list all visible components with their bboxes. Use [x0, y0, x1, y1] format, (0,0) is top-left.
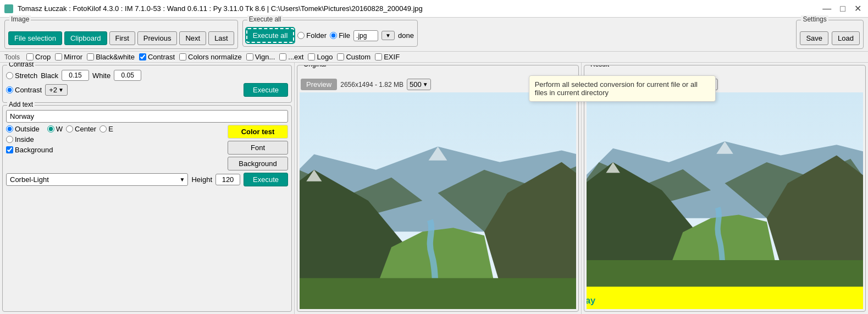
black-input[interactable] [62, 70, 89, 81]
svg-rect-7 [300, 278, 576, 309]
center-radio-label[interactable]: Center [66, 125, 96, 133]
inside-radio[interactable] [6, 136, 13, 143]
crop-checkbox-label[interactable]: Crop [26, 53, 51, 61]
contrast-checkbox[interactable] [139, 53, 146, 60]
outside-radio[interactable] [6, 125, 13, 133]
next-button[interactable]: Next [179, 31, 206, 45]
folder-radio[interactable] [297, 32, 305, 39]
folder-radio-label[interactable]: Folder [297, 31, 327, 40]
execute-all-button[interactable]: Execute all [246, 28, 295, 43]
text-execute-button[interactable]: Execute [244, 173, 288, 186]
load-button[interactable]: Load [832, 31, 860, 45]
settings-buttons: Save Load [800, 31, 860, 45]
vignette-checkbox[interactable] [246, 53, 253, 60]
chevron-down-icon: ▼ [385, 32, 391, 38]
custom-checkbox[interactable] [337, 53, 344, 60]
text-checkbox[interactable] [279, 53, 286, 60]
last-button[interactable]: Last [208, 31, 234, 45]
file-radio-label[interactable]: File [330, 31, 350, 40]
font-button[interactable]: Font [228, 141, 288, 155]
height-input[interactable] [215, 174, 240, 185]
e-radio-label[interactable]: E [99, 125, 113, 133]
title-controls: — □ ✕ [820, 3, 864, 14]
save-button[interactable]: Save [800, 31, 828, 45]
center-radio[interactable] [66, 125, 73, 133]
logo-checkbox[interactable] [308, 53, 315, 60]
settings-label: Settings [801, 15, 828, 23]
add-text-label: Add text [7, 101, 35, 108]
execute-all-label: Execute all [247, 15, 283, 23]
result-panel-box: Result Preview 2656x1639 - 2.08 MB 500 ▼ [584, 65, 866, 312]
stretch-radio[interactable] [6, 72, 13, 79]
background-checkbox[interactable] [6, 146, 13, 153]
close-button[interactable]: ✕ [852, 3, 864, 14]
first-button[interactable]: First [109, 31, 135, 45]
svg-text:Norway: Norway [587, 295, 596, 306]
tools-bar: Tools Crop Mirror Black&white Contrast C… [0, 52, 868, 63]
svg-rect-20 [587, 287, 863, 309]
color-test-button[interactable]: Color test [228, 125, 288, 139]
previous-button[interactable]: Previous [137, 31, 178, 45]
stretch-label: Stretch [15, 71, 37, 80]
stretch-radio-label[interactable]: Stretch [6, 71, 37, 80]
file-radio[interactable] [330, 32, 337, 39]
contrast-execute-button[interactable]: Execute [244, 83, 288, 97]
text-label: ...ext [288, 53, 303, 61]
white-label: White [92, 71, 110, 80]
font-select-row: Corbel-Light ▼ Height Execute [6, 173, 288, 186]
background-label: Background [15, 146, 53, 154]
colors-normalize-checkbox[interactable] [179, 53, 186, 60]
original-preview-button[interactable]: Preview [301, 79, 337, 90]
done-label: done [398, 31, 414, 40]
mirror-checkbox[interactable] [55, 53, 62, 60]
contrast-tool-label: Contrast [148, 53, 175, 61]
file-selection-button[interactable]: File selection [8, 31, 62, 45]
vignette-checkbox-label[interactable]: Vign... [246, 53, 275, 61]
clipboard-button[interactable]: Clipboard [64, 31, 107, 45]
contrast-row: Contrast +2 ▼ Execute [6, 83, 288, 97]
background-checkbox-label[interactable]: Background [6, 146, 53, 154]
minimize-button[interactable]: — [820, 3, 833, 14]
file-ext-input[interactable] [353, 30, 378, 41]
exif-checkbox[interactable] [375, 53, 382, 60]
execute-all-content: Execute all Folder File ▼ done [246, 28, 414, 43]
left-panel: Contrast Stretch Black White Contrast [0, 63, 295, 314]
logo-checkbox-label[interactable]: Logo [308, 53, 333, 61]
tools-label: Tools [4, 53, 20, 61]
bw-label: Black&white [96, 53, 135, 61]
contrast-val-dropdown[interactable]: +2 ▼ [45, 84, 68, 96]
result-image: Norway [587, 92, 863, 309]
crop-checkbox[interactable] [26, 53, 34, 60]
bw-checkbox-label[interactable]: Black&white [87, 53, 135, 61]
text-input[interactable] [6, 110, 288, 123]
custom-checkbox-label[interactable]: Custom [337, 53, 371, 61]
maximize-button[interactable]: □ [838, 3, 848, 14]
contrast-label: Contrast [15, 86, 42, 94]
contrast-checkbox-label[interactable]: Contrast [139, 53, 175, 61]
original-size-val: 500 [410, 80, 422, 89]
text-checkbox-label[interactable]: ...ext [279, 53, 303, 61]
e-radio[interactable] [99, 125, 107, 133]
exif-label: EXIF [384, 53, 400, 61]
outside-radio-label[interactable]: Outside [6, 125, 40, 133]
original-image [300, 92, 576, 309]
white-input[interactable] [114, 70, 141, 81]
background-button[interactable]: Background [228, 157, 288, 170]
inside-radio-label[interactable]: Inside [6, 135, 34, 144]
original-size-dropdown[interactable]: 500 ▼ [407, 79, 431, 90]
exif-checkbox-label[interactable]: EXIF [375, 53, 400, 61]
logo-label: Logo [317, 53, 333, 61]
colors-normalize-label: Colors normalize [188, 53, 242, 61]
w-radio[interactable] [47, 125, 54, 133]
colors-normalize-checkbox-label[interactable]: Colors normalize [179, 53, 242, 61]
contrast-radio-label[interactable]: Contrast [6, 86, 42, 94]
tooltip-text: Perform all selected conversion for curr… [535, 80, 698, 97]
bw-checkbox[interactable] [87, 53, 94, 60]
w-radio-label[interactable]: W [47, 125, 63, 133]
title-bar: Tomasz Łuczak : FotoKilof 4.3.0 : IM 7.1… [0, 0, 868, 18]
ext-dropdown-button[interactable]: ▼ [382, 31, 395, 40]
contrast-radio[interactable] [6, 86, 13, 93]
mirror-checkbox-label[interactable]: Mirror [55, 53, 82, 61]
font-select[interactable]: Corbel-Light [6, 173, 188, 186]
execute-all-group: Execute all Execute all Folder File ▼ [242, 20, 418, 47]
